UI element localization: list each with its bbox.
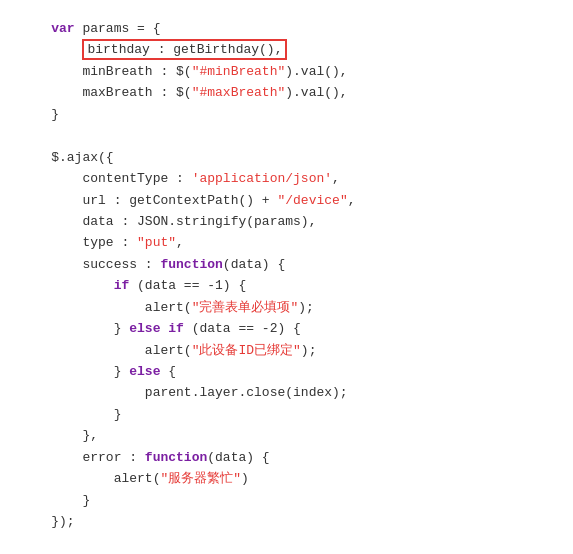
code-line-8: contentType : 'application/json', (20, 168, 553, 189)
code-line-16: alert("此设备ID已绑定"); (20, 340, 553, 361)
code-line-10: data : JSON.stringify(params), (20, 211, 553, 232)
code-line-15: } else if (data == -2) { (20, 318, 553, 339)
code-line-4: maxBreath : $("#maxBreath").val(), (20, 82, 553, 103)
code-line-6 (20, 125, 553, 146)
code-area: var params = { birthday : getBirthday(),… (0, 10, 573, 541)
code-line-14: alert("完善表单必填项"); (20, 297, 553, 318)
code-line-21: error : function(data) { (20, 447, 553, 468)
code-line-11: type : "put", (20, 232, 553, 253)
code-line-18: parent.layer.close(index); (20, 382, 553, 403)
code-line-12: success : function(data) { (20, 254, 553, 275)
code-line-5: } (20, 104, 553, 125)
code-line-23: } (20, 490, 553, 511)
code-container: var params = { birthday : getBirthday(),… (0, 0, 573, 554)
keyword-var: var (51, 21, 74, 36)
code-line-24: }); (20, 511, 553, 532)
code-line-20: }, (20, 425, 553, 446)
code-line-7: $.ajax({ (20, 147, 553, 168)
highlight-birthday: birthday : getBirthday(), (82, 39, 287, 60)
code-line-1: var params = { (20, 18, 553, 39)
code-line-17: } else { (20, 361, 553, 382)
code-line-9: url : getContextPath() + "/device", (20, 190, 553, 211)
code-line-3: minBreath : $("#minBreath").val(), (20, 61, 553, 82)
code-line-19: } (20, 404, 553, 425)
code-line-2: birthday : getBirthday(), (20, 39, 553, 60)
plain-text: params = { (75, 21, 161, 36)
code-line-13: if (data == -1) { (20, 275, 553, 296)
code-line-22: alert("服务器繁忙") (20, 468, 553, 489)
